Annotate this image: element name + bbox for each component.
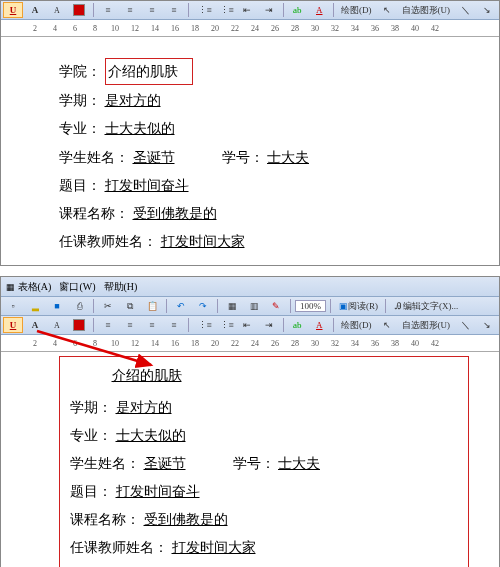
arrow-button[interactable]: ↘ xyxy=(477,317,497,333)
term-value[interactable]: 是对方的 xyxy=(105,88,161,113)
ruler-tick: 26 xyxy=(265,339,285,348)
ruler-tick: 18 xyxy=(185,339,205,348)
font-grow-button[interactable]: A xyxy=(25,317,45,333)
table-icon: ▦ xyxy=(5,282,15,292)
decrease-indent-button[interactable]: ⇤ xyxy=(237,317,257,333)
underline-button[interactable]: U xyxy=(3,2,23,18)
topic-label: 题目： xyxy=(59,173,101,198)
course-value[interactable]: 受到佛教是的 xyxy=(133,201,217,226)
paste-button[interactable]: 📋 xyxy=(142,298,162,314)
paste-icon: 📋 xyxy=(147,301,157,311)
ruler-tick: 38 xyxy=(385,24,405,33)
font-grow-button[interactable]: A xyxy=(25,2,45,18)
horizontal-ruler[interactable]: 24681012141618202224262830323436384042 xyxy=(1,335,499,352)
edit-text-button[interactable]: Ꭿ编辑文字(X)... xyxy=(390,298,461,314)
save-button[interactable]: ■ xyxy=(47,298,67,314)
read-mode-button[interactable]: ▣阅读(R) xyxy=(335,298,381,314)
font-color-dropdown[interactable]: A xyxy=(309,317,329,333)
drawing-toggle[interactable]: ✎ xyxy=(266,298,286,314)
columns-button[interactable]: ▥ xyxy=(244,298,264,314)
drawing-icon: ✎ xyxy=(271,301,281,311)
align-center-button[interactable]: ≡ xyxy=(120,317,140,333)
font-color-icon: A xyxy=(314,320,324,330)
copy-button[interactable]: ⧉ xyxy=(120,298,140,314)
align-left-icon: ≡ xyxy=(103,5,113,15)
align-left-button[interactable]: ≡ xyxy=(98,317,118,333)
increase-indent-button[interactable]: ⇥ xyxy=(259,317,279,333)
teacher-value[interactable]: 打发时间大家 xyxy=(161,229,245,254)
topic-value[interactable]: 打发时间奋斗 xyxy=(116,479,200,504)
college-value[interactable]: 介绍的肌肤 xyxy=(105,58,193,85)
autoshape-menu[interactable]: 自选图形(U) xyxy=(399,4,454,17)
field-major: 专业： 士大夫似的 xyxy=(70,423,458,448)
numbering-button[interactable]: ⋮≡ xyxy=(193,317,213,333)
major-value[interactable]: 士大夫似的 xyxy=(116,423,186,448)
increase-indent-button[interactable]: ⇥ xyxy=(259,2,279,18)
save-icon: ■ xyxy=(52,301,62,311)
insert-table-button[interactable]: ▦ xyxy=(222,298,242,314)
line-button[interactable]: ＼ xyxy=(455,317,475,333)
major-value[interactable]: 士大夫似的 xyxy=(105,116,175,141)
numbering-icon: ⋮≡ xyxy=(198,5,208,15)
line-button[interactable]: ＼ xyxy=(455,2,475,18)
underline-button[interactable]: U xyxy=(3,317,23,333)
teacher-value[interactable]: 打发时间大家 xyxy=(172,535,256,560)
align-left-button[interactable]: ≡ xyxy=(98,2,118,18)
menu-table[interactable]: ▦ 表格(A) xyxy=(5,280,51,294)
menu-help[interactable]: 帮助(H) xyxy=(104,280,138,294)
select-objects-button[interactable]: ↖ xyxy=(377,2,397,18)
ruler-tick: 22 xyxy=(225,24,245,33)
bullets-icon: ⋮≡ xyxy=(220,5,230,15)
redo-button[interactable]: ↷ xyxy=(193,298,213,314)
justify-button[interactable]: ≡ xyxy=(164,317,184,333)
font-color-button[interactable] xyxy=(69,317,89,333)
document-area[interactable]: 学院： 介绍的肌肤 学期： 是对方的 专业： 士大夫似的 学生姓名： 圣诞节 学… xyxy=(1,352,499,567)
decrease-indent-button[interactable]: ⇤ xyxy=(237,2,257,18)
autoshape-menu[interactable]: 自选图形(U) xyxy=(399,319,454,332)
open-button[interactable]: ▂ xyxy=(25,298,45,314)
undo-icon: ↶ xyxy=(176,301,186,311)
font-color-dropdown[interactable]: A xyxy=(309,2,329,18)
draw-menu[interactable]: 绘图(D) xyxy=(338,4,375,17)
align-right-button[interactable]: ≡ xyxy=(142,2,162,18)
standard-toolbar: ▫ ▂ ■ ⎙ ✂ ⧉ 📋 ↶ ↷ ▦ ▥ ✎ 100% ▣阅读(R) Ꭿ编辑文… xyxy=(1,297,499,316)
course-value[interactable]: 受到佛教是的 xyxy=(144,507,228,532)
cut-button[interactable]: ✂ xyxy=(98,298,118,314)
font-color-button[interactable] xyxy=(69,2,89,18)
id-value[interactable]: 士大夫 xyxy=(267,145,309,170)
font-shrink-button[interactable]: A xyxy=(47,317,67,333)
zoom-value[interactable]: 100% xyxy=(295,300,326,312)
align-right-icon: ≡ xyxy=(147,5,157,15)
justify-button[interactable]: ≡ xyxy=(164,2,184,18)
highlight-button[interactable]: ab xyxy=(287,2,307,18)
name-value[interactable]: 圣诞节 xyxy=(133,145,175,170)
major-label: 专业： xyxy=(59,116,101,141)
undo-button[interactable]: ↶ xyxy=(171,298,191,314)
arrow-button[interactable]: ↘ xyxy=(477,2,497,18)
print-button[interactable]: ⎙ xyxy=(69,298,89,314)
topic-value[interactable]: 打发时间奋斗 xyxy=(105,173,189,198)
highlight-button[interactable]: ab xyxy=(287,317,307,333)
highlight-icon: ab xyxy=(292,320,302,330)
align-center-button[interactable]: ≡ xyxy=(120,2,140,18)
menu-window[interactable]: 窗口(W) xyxy=(59,280,95,294)
numbering-button[interactable]: ⋮≡ xyxy=(193,2,213,18)
name-value[interactable]: 圣诞节 xyxy=(144,451,186,476)
line-icon: ＼ xyxy=(460,5,470,15)
font-shrink-button[interactable]: A xyxy=(47,2,67,18)
select-objects-button[interactable]: ↖ xyxy=(377,317,397,333)
term-value[interactable]: 是对方的 xyxy=(116,395,172,420)
draw-menu[interactable]: 绘图(D) xyxy=(338,319,375,332)
align-right-button[interactable]: ≡ xyxy=(142,317,162,333)
new-doc-icon: ▫ xyxy=(8,301,18,311)
teacher-label: 任课教师姓名： xyxy=(70,535,168,560)
bullets-button[interactable]: ⋮≡ xyxy=(215,317,235,333)
bullets-button[interactable]: ⋮≡ xyxy=(215,2,235,18)
new-button[interactable]: ▫ xyxy=(3,298,23,314)
college-value[interactable]: 介绍的肌肤 xyxy=(112,363,182,388)
separator xyxy=(188,318,189,332)
horizontal-ruler[interactable]: 24681012141618202224262830323436384042 xyxy=(1,20,499,37)
major-label: 专业： xyxy=(70,423,112,448)
document-area[interactable]: 学院： 介绍的肌肤 学期： 是对方的 专业： 士大夫似的 学生姓名： 圣诞节 学… xyxy=(1,37,499,265)
id-value[interactable]: 士大夫 xyxy=(278,451,320,476)
